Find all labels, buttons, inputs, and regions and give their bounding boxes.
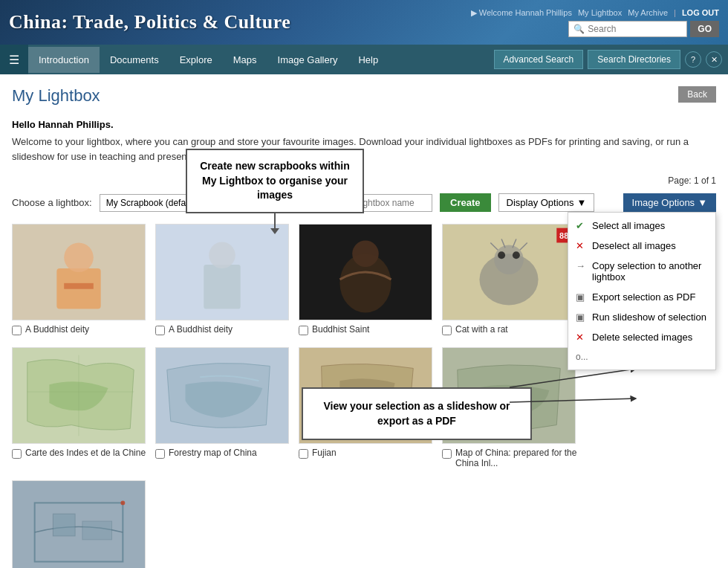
svg-point-4 bbox=[64, 242, 94, 272]
tooltip-bottom-box: View your selection as a slideshow or ex… bbox=[302, 387, 532, 440]
nav-image-gallery[interactable]: Image Gallery bbox=[267, 47, 348, 73]
nav-introduction[interactable]: Introduction bbox=[28, 47, 100, 73]
image-checkbox-1[interactable] bbox=[12, 326, 22, 335]
image-1-svg bbox=[13, 224, 145, 320]
checkmark-icon: ✔ bbox=[576, 220, 588, 231]
x-deselect-icon: ✕ bbox=[576, 240, 588, 251]
back-button[interactable]: Back bbox=[678, 86, 716, 103]
display-options-button[interactable]: Display Options ▼ bbox=[498, 193, 595, 212]
my-archive-link[interactable]: My Archive bbox=[628, 8, 668, 18]
image-thumb-2[interactable] bbox=[155, 224, 289, 320]
image-caption-1: A Buddhist deity bbox=[12, 324, 149, 335]
create-lightbox-button[interactable]: Create bbox=[440, 193, 490, 212]
svg-rect-7 bbox=[204, 265, 240, 309]
tooltip-top-text: Create new scrapbooks within My Lightbox… bbox=[200, 160, 350, 201]
image-checkbox-2[interactable] bbox=[155, 326, 165, 335]
site-title: China: Trade, Politics & Culture bbox=[9, 11, 290, 33]
svg-rect-29 bbox=[53, 514, 75, 536]
image-4-svg: 88 bbox=[443, 224, 575, 320]
image-thumb-5[interactable] bbox=[12, 347, 146, 444]
deselect-all-label: Deselect all images bbox=[592, 240, 676, 251]
image-thumb-1[interactable] bbox=[12, 224, 146, 320]
arrow-right-icon: → bbox=[576, 260, 588, 271]
image-cell-1: A Buddhist deity bbox=[12, 224, 149, 335]
image-options-dropdown: ✔ Select all images ✕ Deselect all image… bbox=[568, 212, 716, 370]
image-cell-5: Carte des Indes et de la Chine bbox=[12, 347, 149, 468]
tooltip-bottom-text: View your selection as a slideshow or ex… bbox=[323, 400, 510, 427]
go-button[interactable]: GO bbox=[690, 21, 719, 37]
search-input[interactable] bbox=[588, 24, 684, 34]
image-cell-9: Map of the walled city of Jiujiang and e… bbox=[12, 480, 149, 568]
image-thumb-9[interactable] bbox=[12, 480, 146, 568]
display-options-label: Display Options bbox=[507, 197, 574, 208]
delete-selected-option[interactable]: ✕ Delete selected images bbox=[568, 327, 715, 347]
svg-rect-27 bbox=[13, 481, 145, 568]
image-caption-4: Cat with a rat bbox=[442, 324, 579, 335]
image-checkbox-6[interactable] bbox=[155, 449, 165, 459]
export-pdf-label: Export selection as PDF bbox=[592, 291, 695, 303]
svg-rect-5 bbox=[64, 283, 94, 289]
image-options-arrow-icon: ▼ bbox=[698, 197, 707, 208]
nav-explore[interactable]: Explore bbox=[169, 47, 223, 73]
slideshow-icon: ▣ bbox=[576, 312, 588, 323]
select-all-label: Select all images bbox=[592, 220, 665, 231]
page-title: My Lightbox bbox=[12, 86, 100, 106]
svg-point-11 bbox=[352, 240, 379, 267]
image-caption-5: Carte des Indes et de la Chine bbox=[12, 448, 149, 459]
nav-documents[interactable]: Documents bbox=[100, 47, 169, 73]
nav-help[interactable]: Help bbox=[348, 47, 389, 73]
settings-icon-circle[interactable]: ✕ bbox=[706, 51, 722, 68]
nav-right-buttons: Advanced Search Search Directories ? ✕ bbox=[494, 50, 728, 69]
image-caption-6: Forestry map of China bbox=[155, 448, 293, 459]
greeting-text: Hello Hannah Phillips. bbox=[12, 119, 716, 130]
select-all-images-option[interactable]: ✔ Select all images bbox=[568, 216, 715, 236]
image-thumb-3[interactable] bbox=[299, 224, 432, 320]
run-slideshow-option[interactable]: ▣ Run slideshow of selection bbox=[568, 307, 715, 327]
delete-selected-label: Delete selected images bbox=[592, 332, 692, 343]
image-checkbox-3[interactable] bbox=[299, 326, 308, 335]
dropdown-more: o... bbox=[568, 347, 715, 367]
image-options-button[interactable]: Image Options ▼ bbox=[623, 193, 716, 212]
my-lightbox-link[interactable]: My Lightbox bbox=[578, 8, 622, 18]
display-options-arrow-icon: ▼ bbox=[577, 197, 587, 208]
advanced-search-button[interactable]: Advanced Search bbox=[494, 50, 584, 69]
image-checkbox-8[interactable] bbox=[442, 449, 452, 459]
image-6-svg bbox=[156, 347, 288, 444]
image-options-container: Image Options ▼ ✔ Select all images ✕ De… bbox=[623, 193, 716, 212]
image-cell-3: Buddhist Saint bbox=[299, 224, 436, 335]
top-bar: China: Trade, Politics & Culture ▶ Welco… bbox=[0, 0, 728, 45]
image-caption-2: A Buddhist deity bbox=[155, 324, 293, 335]
image-checkbox-4[interactable] bbox=[442, 326, 452, 335]
svg-point-8 bbox=[209, 242, 235, 268]
image-caption-7: Fujian bbox=[299, 448, 436, 459]
user-navigation: ▶ Welcome Hannah Phillips My Lightbox My… bbox=[471, 8, 719, 18]
tooltip-create-scrapbook: Create new scrapbooks within My Lightbox… bbox=[186, 149, 364, 213]
hamburger-button[interactable]: ☰ bbox=[0, 45, 28, 74]
page-info: Page: 1 of 1 bbox=[12, 175, 716, 186]
nav-bar: ☰ Introduction Documents Explore Maps Im… bbox=[0, 45, 728, 74]
tooltip-bottom-container: View your selection as a slideshow or ex… bbox=[302, 387, 532, 440]
copy-selection-option[interactable]: → Copy selection to another lightbox bbox=[568, 256, 715, 287]
image-5-svg bbox=[13, 347, 145, 444]
nav-maps[interactable]: Maps bbox=[223, 47, 267, 73]
image-cell-6: Forestry map of China bbox=[155, 347, 293, 468]
description-text: Welcome to your lightbox, where you can … bbox=[12, 135, 716, 164]
svg-point-31 bbox=[120, 500, 125, 505]
image-thumb-4[interactable]: 88 bbox=[442, 224, 576, 320]
hamburger-icon: ☰ bbox=[9, 53, 19, 67]
image-cell-2: A Buddhist deity bbox=[155, 224, 293, 335]
search-row: 🔍 GO bbox=[568, 21, 719, 37]
search-directories-button[interactable]: Search Directories bbox=[588, 50, 680, 69]
deselect-all-images-option[interactable]: ✕ Deselect all images bbox=[568, 236, 715, 256]
image-cell-4: 88 Cat with a rat bbox=[442, 224, 579, 335]
image-9-svg bbox=[13, 480, 145, 568]
x-delete-icon: ✕ bbox=[576, 332, 588, 343]
run-slideshow-label: Run slideshow of selection bbox=[592, 312, 706, 323]
image-checkbox-7[interactable] bbox=[299, 449, 308, 459]
export-pdf-option[interactable]: ▣ Export selection as PDF bbox=[568, 287, 715, 307]
image-checkbox-5[interactable] bbox=[12, 449, 22, 459]
help-icon-circle[interactable]: ? bbox=[685, 51, 701, 68]
image-thumb-6[interactable] bbox=[155, 347, 289, 444]
logout-link[interactable]: LOG OUT bbox=[682, 8, 719, 18]
image-options-label: Image Options bbox=[632, 197, 695, 208]
